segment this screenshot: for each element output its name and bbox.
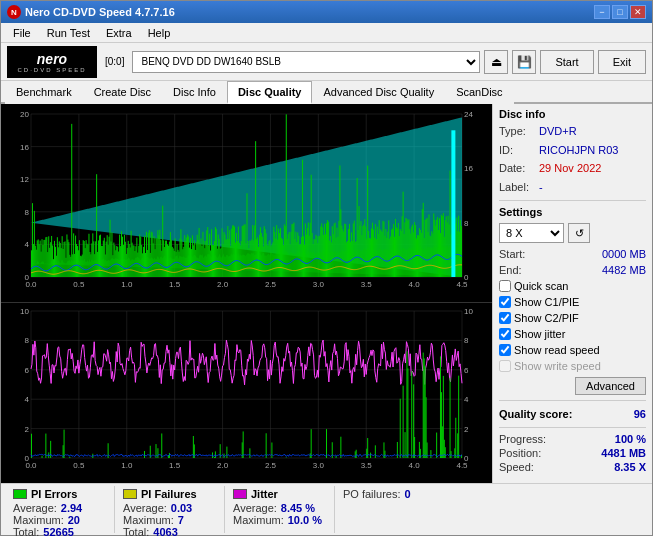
c1pie-label: Show C1/PIE xyxy=(514,296,579,308)
po-failures-label: PO failures: xyxy=(343,488,400,500)
disc-info-title: Disc info xyxy=(499,108,646,120)
save-icon[interactable]: 💾 xyxy=(512,50,536,74)
menu-extra[interactable]: Extra xyxy=(98,25,140,41)
main-content: Disc info Type: DVD+R ID: RICOHJPN R03 D… xyxy=(1,104,652,483)
write-speed-row: Show write speed xyxy=(499,360,646,372)
menu-help[interactable]: Help xyxy=(140,25,179,41)
start-value: 0000 MB xyxy=(602,248,646,260)
type-label: Type: xyxy=(499,123,537,140)
quality-score-row: Quality score: 96 xyxy=(499,408,646,420)
pi-failures-group: PI Failures Average: 0.03 Maximum: 7 Tot… xyxy=(115,486,225,533)
disc-label-row: Label: - xyxy=(499,179,646,196)
bottom-stats: PI Errors Average: 2.94 Maximum: 20 Tota… xyxy=(1,483,652,535)
read-speed-label: Show read speed xyxy=(514,344,600,356)
tab-create-disc[interactable]: Create Disc xyxy=(83,81,162,104)
write-speed-checkbox[interactable] xyxy=(499,360,511,372)
read-speed-checkbox[interactable] xyxy=(499,344,511,356)
drive-label: [0:0] xyxy=(101,56,128,67)
progress-row: Progress: 100 % xyxy=(499,433,646,445)
start-button[interactable]: Start xyxy=(540,50,593,74)
menu-file[interactable]: File xyxy=(5,25,39,41)
speed-row-prog: Speed: 8.35 X xyxy=(499,461,646,473)
type-value: DVD+R xyxy=(539,123,577,140)
nero-logo: nero CD·DVD SPEED xyxy=(7,46,97,78)
advanced-button[interactable]: Advanced xyxy=(575,377,646,395)
quick-scan-checkbox[interactable] xyxy=(499,280,511,292)
position-value: 4481 MB xyxy=(601,447,646,459)
tab-disc-info[interactable]: Disc Info xyxy=(162,81,227,104)
pi-failures-header: PI Failures xyxy=(141,488,197,500)
pi-errors-group: PI Errors Average: 2.94 Maximum: 20 Tota… xyxy=(5,486,115,533)
id-label: ID: xyxy=(499,142,537,159)
quality-score-value: 96 xyxy=(634,408,646,420)
close-button[interactable]: ✕ xyxy=(630,5,646,19)
minimize-button[interactable]: − xyxy=(594,5,610,19)
menu-bar: File Run Test Extra Help xyxy=(1,23,652,43)
tab-benchmark[interactable]: Benchmark xyxy=(5,81,83,104)
jitter-color xyxy=(233,489,247,499)
maximize-button[interactable]: □ xyxy=(612,5,628,19)
tab-scandisc[interactable]: ScanDisc xyxy=(445,81,513,104)
speed-row: 8 X 4 X 6 X 12 X 16 X ↺ xyxy=(499,223,646,243)
po-failures-value: 0 xyxy=(404,488,410,500)
drive-selector[interactable]: BENQ DVD DD DW1640 BSLB xyxy=(132,51,480,73)
c1pie-checkbox[interactable] xyxy=(499,296,511,308)
menu-run-test[interactable]: Run Test xyxy=(39,25,98,41)
chart-bottom xyxy=(1,303,492,483)
jitter-row: Show jitter xyxy=(499,328,646,340)
app-icon: N xyxy=(7,5,21,19)
c2pif-row: Show C2/PIF xyxy=(499,312,646,324)
date-value: 29 Nov 2022 xyxy=(539,160,601,177)
tab-bar: Benchmark Create Disc Disc Info Disc Qua… xyxy=(1,81,652,104)
end-mb-row: End: 4482 MB xyxy=(499,264,646,276)
progress-value: 100 % xyxy=(615,433,646,445)
jitter-label: Show jitter xyxy=(514,328,565,340)
end-label: End: xyxy=(499,264,522,276)
refresh-button[interactable]: ↺ xyxy=(568,223,590,243)
settings-title: Settings xyxy=(499,206,646,218)
label-label: Label: xyxy=(499,179,537,196)
pi-errors-header: PI Errors xyxy=(31,488,77,500)
c1pie-row: Show C1/PIE xyxy=(499,296,646,308)
speed-selector[interactable]: 8 X 4 X 6 X 12 X 16 X xyxy=(499,223,564,243)
start-label: Start: xyxy=(499,248,525,260)
chart-bottom-canvas xyxy=(1,303,492,483)
main-window: N Nero CD-DVD Speed 4.7.7.16 − □ ✕ File … xyxy=(0,0,653,536)
jitter-header: Jitter xyxy=(251,488,278,500)
right-panel: Disc info Type: DVD+R ID: RICOHJPN R03 D… xyxy=(492,104,652,483)
start-mb-row: Start: 0000 MB xyxy=(499,248,646,260)
chart-top-canvas xyxy=(1,104,492,302)
po-failures-group: PO failures: 0 xyxy=(335,486,425,533)
exit-button[interactable]: Exit xyxy=(598,50,646,74)
speed-prog-value: 8.35 X xyxy=(614,461,646,473)
quality-score-label: Quality score: xyxy=(499,408,572,420)
chart-top xyxy=(1,104,492,303)
tab-advanced-disc-quality[interactable]: Advanced Disc Quality xyxy=(312,81,445,104)
disc-date-row: Date: 29 Nov 2022 xyxy=(499,160,646,177)
write-speed-label: Show write speed xyxy=(514,360,601,372)
tab-disc-quality[interactable]: Disc Quality xyxy=(227,81,313,104)
c2pif-label: Show C2/PIF xyxy=(514,312,579,324)
pi-failures-color xyxy=(123,489,137,499)
progress-label: Progress: xyxy=(499,433,546,445)
jitter-checkbox[interactable] xyxy=(499,328,511,340)
position-row: Position: 4481 MB xyxy=(499,447,646,459)
disc-type-row: Type: DVD+R xyxy=(499,123,646,140)
speed-prog-label: Speed: xyxy=(499,461,534,473)
toolbar: nero CD·DVD SPEED [0:0] BENQ DVD DD DW16… xyxy=(1,43,652,81)
quick-scan-label: Quick scan xyxy=(514,280,568,292)
c2pif-checkbox[interactable] xyxy=(499,312,511,324)
chart-area xyxy=(1,104,492,483)
position-label: Position: xyxy=(499,447,541,459)
read-speed-row: Show read speed xyxy=(499,344,646,356)
id-value: RICOHJPN R03 xyxy=(539,142,618,159)
end-value: 4482 MB xyxy=(602,264,646,276)
window-title: Nero CD-DVD Speed 4.7.7.16 xyxy=(25,6,175,18)
quick-scan-row: Quick scan xyxy=(499,280,646,292)
title-bar: N Nero CD-DVD Speed 4.7.7.16 − □ ✕ xyxy=(1,1,652,23)
eject-icon[interactable]: ⏏ xyxy=(484,50,508,74)
jitter-group: Jitter Average: 8.45 % Maximum: 10.0 % xyxy=(225,486,335,533)
label-value: - xyxy=(539,179,543,196)
disc-id-row: ID: RICOHJPN R03 xyxy=(499,142,646,159)
pi-errors-color xyxy=(13,489,27,499)
